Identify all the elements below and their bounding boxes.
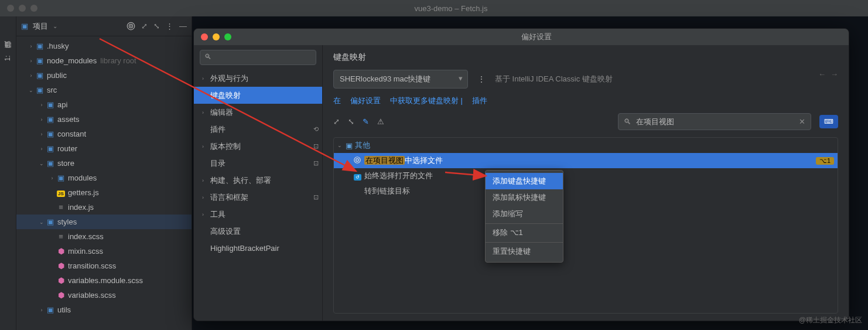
window-title: vue3-demo – Fetch.js: [41, 4, 861, 13]
tree-item[interactable]: ⌄▣src: [16, 83, 192, 97]
minimize-dot[interactable]: [213, 33, 220, 40]
prefs-nav-item[interactable]: HighlightBracketPair: [194, 240, 322, 257]
tree-item[interactable]: ⬢variables.scss: [16, 288, 192, 302]
prefs-nav-item[interactable]: ›语言和框架⊡: [194, 189, 322, 206]
tool-window-label[interactable]: 1: 项目: [3, 53, 13, 61]
close-dot[interactable]: [201, 33, 208, 40]
edit-icon[interactable]: ✎: [363, 117, 369, 126]
scheme-dropdown[interactable]: SHERlocked93 mac快捷键: [333, 70, 468, 89]
nav-arrows: ← →: [818, 70, 838, 79]
watermark: @稀土掘金技术社区: [799, 315, 862, 325]
tree-item[interactable]: ›▣assets: [16, 112, 192, 127]
tree-item[interactable]: ›▣utils: [16, 302, 192, 317]
keymap-category[interactable]: ⌄▣其他: [334, 138, 838, 153]
project-label[interactable]: 项目: [33, 21, 48, 32]
context-menu: 添加键盘快捷键添加鼠标快捷键添加缩写移除 ⌥1重置快捷键: [485, 170, 563, 263]
prefs-nav-item[interactable]: 高级设置: [194, 223, 322, 240]
prefs-nav-item[interactable]: 键盘映射: [194, 87, 322, 104]
keymap-item[interactable]: 转到链接目标: [334, 183, 838, 199]
tree-item[interactable]: ⌄▣styles: [16, 215, 192, 229]
tool-window-icon: ▢: [5, 40, 12, 49]
prefs-nav-item[interactable]: ›工具: [194, 206, 322, 223]
context-menu-item[interactable]: 添加鼠标快捷键: [486, 189, 563, 206]
dot: [7, 5, 14, 12]
keymap-item[interactable]: 在项目视图中选择文件⌥1: [334, 153, 838, 168]
prefs-nav-item[interactable]: ›编辑器: [194, 104, 322, 121]
collapse-icon[interactable]: ⤡: [153, 22, 160, 30]
svg-point-2: [131, 26, 131, 26]
plugins-link[interactable]: 插件: [472, 96, 487, 106]
prefs-nav-item[interactable]: 插件⟲: [194, 121, 322, 138]
link-part: 在: [333, 96, 341, 106]
content-title: 键盘映射: [333, 52, 838, 63]
svg-point-3: [354, 157, 361, 163]
tree-item[interactable]: ›▣api: [16, 97, 192, 112]
tree-item[interactable]: ›▣.husky: [16, 39, 192, 53]
tree-item[interactable]: ⌄▣store: [16, 156, 192, 171]
prefs-link[interactable]: 偏好设置: [350, 96, 381, 106]
nav-back-icon[interactable]: ←: [818, 70, 826, 79]
search-icon: 🔍︎: [204, 53, 211, 61]
dot: [19, 5, 26, 12]
context-menu-item[interactable]: 添加键盘快捷键: [486, 173, 563, 189]
nav-fwd-icon[interactable]: →: [831, 70, 838, 79]
context-menu-item[interactable]: 添加缩写: [486, 206, 563, 222]
select-opened-file-icon[interactable]: [127, 22, 135, 30]
prefs-search-input[interactable]: [200, 50, 316, 65]
prefs-sidebar: 🔍︎ ›外观与行为键盘映射›编辑器插件⟲›版本控制⊡目录⊡›构建、执行、部署›语…: [194, 45, 323, 321]
tree-item[interactable]: ≡index.js: [16, 200, 192, 215]
prefs-title: 偏好设置: [231, 32, 842, 42]
plugins-link-row: 在 偏好设置 中获取更多键盘映射 | 插件: [333, 96, 838, 106]
prefs-titlebar: 偏好设置: [194, 29, 849, 45]
tree-item[interactable]: ⬢transition.scss: [16, 258, 192, 273]
expand-icon[interactable]: ⤢: [141, 22, 148, 30]
tree-item[interactable]: ›▣constant: [16, 127, 192, 141]
scheme-hint: 基于 IntelliJ IDEA Classic 键盘映射: [495, 74, 613, 84]
chevron-down-icon[interactable]: ⌄: [53, 23, 57, 29]
osk-button[interactable]: ⌨: [819, 115, 838, 128]
context-menu-item[interactable]: 重置快捷键: [486, 242, 563, 260]
prefs-nav[interactable]: ›外观与行为键盘映射›编辑器插件⟲›版本控制⊡目录⊡›构建、执行、部署›语言和框…: [194, 70, 322, 321]
clear-icon[interactable]: ✕: [799, 117, 805, 126]
dot: [30, 5, 37, 12]
tree-item[interactable]: ›▣public: [16, 68, 192, 83]
prefs-nav-item[interactable]: ›构建、执行、部署: [194, 172, 322, 189]
search-icon: 🔍︎: [624, 117, 631, 126]
keymap-item[interactable]: ↺始终选择打开的文件: [334, 168, 838, 183]
tree-item[interactable]: ›▣node_moduleslibrary root: [16, 53, 192, 68]
more-icon[interactable]: ⋮: [166, 22, 173, 30]
tree-item[interactable]: ⬢variables.module.scss: [16, 273, 192, 288]
prefs-nav-item[interactable]: ›外观与行为: [194, 70, 322, 87]
scheme-actions-icon[interactable]: ⋮: [477, 74, 486, 84]
project-tree[interactable]: ›▣.husky›▣node_moduleslibrary root›▣publ…: [16, 36, 192, 330]
prefs-nav-item[interactable]: ›版本控制⊡: [194, 138, 322, 155]
project-panel: ▣ 项目 ⌄ ⤢ ⤡ ⋮ — ›▣.husky›▣node_moduleslib…: [16, 16, 192, 330]
keymap-tree[interactable]: ⌄▣其他在项目视图中选择文件⌥1↺始终选择打开的文件转到链接目标: [333, 137, 838, 314]
tool-window-bar: ▢ 1: 项目: [0, 16, 16, 330]
warning-icon: ⚠: [377, 117, 384, 126]
main-titlebar: vue3-demo – Fetch.js: [0, 0, 868, 16]
zoom-dot[interactable]: [224, 33, 231, 40]
expand-all-icon[interactable]: ⤢: [333, 117, 340, 126]
link-part: 中获取更多键盘映射 |: [390, 96, 463, 106]
tree-item[interactable]: ⬢mixin.scss: [16, 244, 192, 258]
prefs-search: 🔍︎: [194, 45, 322, 70]
svg-point-4: [356, 158, 359, 161]
tree-item[interactable]: ›▣modules: [16, 171, 192, 185]
prefs-nav-item[interactable]: 目录⊡: [194, 155, 322, 172]
collapse-all-icon[interactable]: ⤡: [348, 117, 354, 126]
folder-icon: ▣: [21, 22, 28, 30]
tree-item[interactable]: ≡index.scss: [16, 229, 192, 244]
keymap-search-input[interactable]: [618, 113, 811, 130]
minimize-icon[interactable]: —: [179, 22, 187, 30]
project-header: ▣ 项目 ⌄ ⤢ ⤡ ⋮ —: [16, 16, 192, 36]
tree-item[interactable]: ›▣router: [16, 141, 192, 156]
prefs-content: ← → 键盘映射 SHERlocked93 mac快捷键 ⋮ 基于 Intell…: [323, 45, 849, 321]
tree-item[interactable]: JSgetters.js: [16, 185, 192, 200]
context-menu-item[interactable]: 移除 ⌥1: [486, 223, 563, 241]
window-dots: [7, 5, 37, 12]
